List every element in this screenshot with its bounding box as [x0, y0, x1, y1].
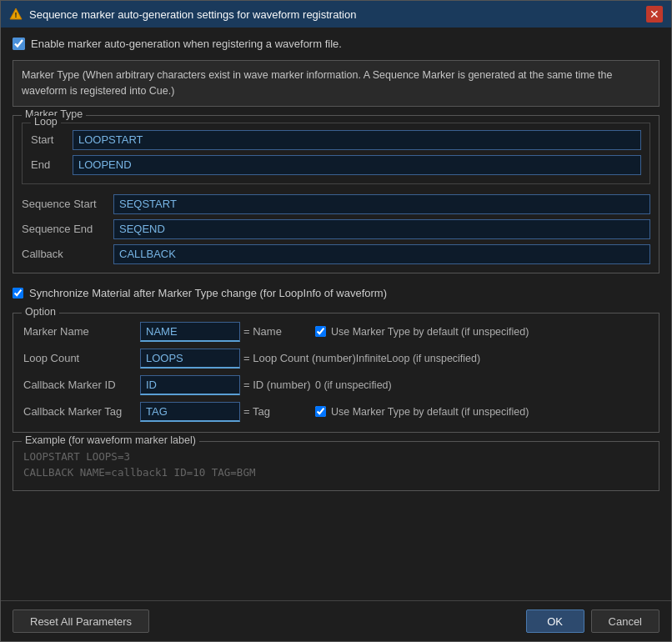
seq-start-row: Sequence Start [22, 194, 650, 214]
callback-row: Callback [22, 244, 650, 264]
example-line-1: LOOPSTART LOOPS=3 [23, 450, 649, 463]
svg-text:!: ! [15, 11, 18, 19]
end-label: End [31, 158, 73, 171]
option-row-callback-id: Callback Marker ID = ID (number) 0 (if u… [23, 375, 649, 395]
callback-label: Callback [22, 248, 113, 260]
marker-name-checkbox[interactable] [315, 326, 326, 337]
enable-checkbox-label: Enable marker auto-generation when regis… [31, 38, 342, 50]
marker-name-label: Marker Name [23, 325, 140, 338]
reset-button[interactable]: Reset All Parameters [13, 609, 149, 633]
marker-name-input[interactable] [140, 322, 240, 342]
sync-checkbox-row: Synchronize Material after Marker Type c… [13, 287, 659, 299]
warning-icon: ! [9, 8, 23, 21]
footer: Reset All Parameters OK Cancel [1, 600, 671, 641]
marker-name-checkbox-label: Use Marker Type by default (if unspecifi… [331, 326, 529, 338]
callback-tag-eq: = Tag [240, 405, 315, 418]
cancel-button[interactable]: Cancel [591, 609, 659, 633]
loop-start-row: Start [31, 130, 641, 150]
callback-id-desc: 0 (if unspecified) [315, 379, 392, 391]
sync-checkbox-label: Synchronize Material after Marker Type c… [29, 287, 387, 299]
loop-end-input[interactable] [73, 155, 641, 175]
marker-name-eq: = Name [240, 325, 315, 338]
marker-type-group: Marker Type Loop Start End Sequence Star… [13, 115, 659, 273]
enable-checkbox[interactable] [13, 38, 25, 50]
seq-end-input[interactable] [113, 219, 650, 239]
option-row-callback-tag: Callback Marker Tag = Tag Use Marker Typ… [23, 402, 649, 422]
callback-input[interactable] [113, 244, 650, 264]
option-row-loop-count: Loop Count = Loop Count (number) Infinit… [23, 349, 649, 369]
marker-name-checkbox-row: Use Marker Type by default (if unspecifi… [315, 326, 529, 338]
main-content: Enable marker auto-generation when regis… [1, 28, 671, 600]
example-section: Example (for waveform marker label) LOOP… [13, 441, 659, 491]
callback-id-eq: = ID (number) [240, 379, 315, 391]
example-title: Example (for waveform marker label) [22, 434, 199, 446]
callback-tag-checkbox-label: Use Marker Type by default (if unspecifi… [331, 406, 529, 418]
loop-count-input[interactable] [140, 349, 240, 369]
title-bar-text: Sequence marker auto-generation settings… [29, 8, 639, 21]
ok-button[interactable]: OK [526, 609, 584, 633]
info-box-text: Marker Type (When arbitrary characters e… [22, 69, 612, 97]
loop-count-label: Loop Count [23, 352, 140, 364]
title-bar: ! Sequence marker auto-generation settin… [1, 1, 671, 28]
callback-tag-checkbox-row: Use Marker Type by default (if unspecifi… [315, 406, 529, 418]
loop-group-title: Loop [31, 116, 61, 128]
loop-count-desc: InfiniteLoop (if unspecified) [356, 353, 480, 364]
footer-left: Reset All Parameters [13, 609, 519, 633]
enable-checkbox-row: Enable marker auto-generation when regis… [13, 38, 659, 50]
option-row-marker-name: Marker Name = Name Use Marker Type by de… [23, 322, 649, 342]
loop-start-input[interactable] [73, 130, 641, 150]
callback-tag-label: Callback Marker Tag [23, 405, 140, 418]
example-line-2: CALLBACK NAME=callback1 ID=10 TAG=BGM [23, 466, 649, 479]
loop-count-eq: = Loop Count (number) [240, 352, 356, 364]
main-window: ! Sequence marker auto-generation settin… [0, 0, 672, 642]
start-label: Start [31, 133, 73, 146]
callback-tag-input[interactable] [140, 402, 240, 422]
option-section: Option Marker Name = Name Use Marker Typ… [13, 313, 659, 433]
loop-end-row: End [31, 155, 641, 175]
seq-start-input[interactable] [113, 194, 650, 214]
seq-start-label: Sequence Start [22, 198, 113, 210]
loop-group: Loop Start End [22, 123, 650, 184]
callback-tag-checkbox[interactable] [315, 406, 326, 417]
sync-checkbox[interactable] [13, 288, 23, 298]
option-title: Option [22, 306, 59, 318]
seq-end-label: Sequence End [22, 223, 113, 235]
seq-end-row: Sequence End [22, 219, 650, 239]
callback-id-input[interactable] [140, 375, 240, 395]
info-box: Marker Type (When arbitrary characters e… [13, 60, 659, 107]
close-button[interactable]: ✕ [646, 6, 663, 23]
callback-id-label: Callback Marker ID [23, 379, 140, 391]
